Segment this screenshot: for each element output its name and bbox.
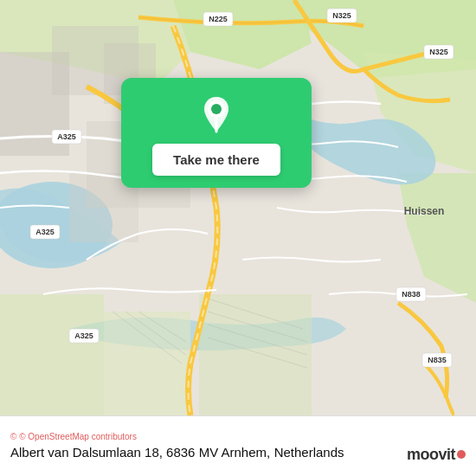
take-me-there-button[interactable]: Take me there: [152, 144, 280, 176]
svg-rect-7: [0, 294, 104, 415]
moovit-text: moovit: [407, 446, 455, 464]
attribution: © © OpenStreetMap contributors: [10, 432, 466, 441]
svg-text:N838: N838: [402, 290, 421, 299]
map-container: N225 N325 N325 A325 A325 A325 A325 N838 …: [0, 0, 476, 415]
map-background: N225 N325 N325 A325 A325 A325 A325 N838 …: [0, 0, 476, 415]
svg-text:A325: A325: [35, 228, 55, 236]
svg-text:A325: A325: [74, 331, 93, 340]
address-line: Albert van Dalsumlaan 18, 6836 MV Arnhem…: [10, 445, 466, 460]
location-pin-icon: [196, 93, 237, 135]
moovit-logo: moovit: [407, 446, 466, 464]
svg-text:A325: A325: [57, 132, 76, 141]
svg-point-44: [211, 104, 222, 114]
location-card: Take me there: [121, 78, 312, 188]
address-text: Albert van Dalsumlaan 18, 6836 MV Arnhem…: [10, 445, 270, 460]
svg-text:N325: N325: [429, 48, 448, 56]
attribution-text: © OpenStreetMap contributors: [19, 432, 137, 441]
attribution-icon: ©: [10, 432, 16, 441]
moovit-dot: [457, 450, 466, 459]
svg-text:Huissen: Huissen: [404, 205, 445, 217]
svg-text:N225: N225: [209, 15, 228, 23]
bottom-bar: © © OpenStreetMap contributors Albert va…: [0, 415, 476, 476]
country-text: Netherlands: [274, 445, 344, 460]
svg-text:N835: N835: [428, 356, 447, 364]
svg-rect-9: [199, 294, 312, 415]
svg-text:N325: N325: [332, 11, 351, 20]
